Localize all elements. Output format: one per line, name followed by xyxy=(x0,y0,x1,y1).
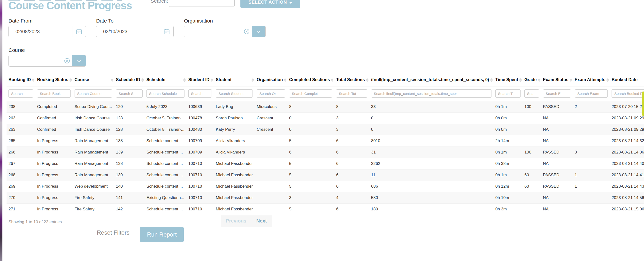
column-search-input[interactable] xyxy=(216,89,253,98)
table-cell: 0 xyxy=(287,112,334,124)
organisation-select[interactable] xyxy=(184,26,266,37)
table-row[interactable]: 265In ProgressRain Management138Schedule… xyxy=(6,135,644,147)
table-cell: Scuba Diving Cour... xyxy=(73,101,114,112)
table-cell: 100709 xyxy=(186,147,214,158)
table-cell: Irish Dance Course xyxy=(73,124,114,135)
table-cell: Alicia Vikanders xyxy=(214,135,255,147)
table-cell: 141 xyxy=(114,192,144,204)
column-header[interactable]: Student ID xyxy=(186,74,214,86)
column-search-input[interactable] xyxy=(37,89,70,98)
date-to-calendar-button[interactable] xyxy=(160,26,173,37)
column-header[interactable]: Course xyxy=(73,74,114,86)
column-search-input[interactable] xyxy=(146,89,184,98)
column-header[interactable]: Grade xyxy=(522,74,541,86)
column-search-input[interactable] xyxy=(8,89,33,98)
column-header[interactable]: Total Sections xyxy=(334,74,369,86)
organisation-dropdown-button[interactable] xyxy=(252,26,265,37)
column-search-input[interactable] xyxy=(575,89,608,98)
date-to-value: 02/10/2023 xyxy=(96,29,160,34)
table-row[interactable]: 271In ProgressFire Safety142Schedule con… xyxy=(6,204,644,214)
table-cell: 0 xyxy=(287,124,334,135)
select-action-button[interactable]: SELECT ACTION xyxy=(240,0,300,8)
sort-icon xyxy=(32,78,34,82)
column-header[interactable]: Booked Date xyxy=(610,74,644,86)
course-input[interactable] xyxy=(9,55,64,66)
column-search-input[interactable] xyxy=(257,89,285,98)
column-search-input[interactable] xyxy=(371,89,492,98)
course-select[interactable] xyxy=(8,55,86,66)
table-cell: In Progress xyxy=(35,192,72,204)
run-report-button[interactable]: Run Report xyxy=(140,227,184,242)
clear-icon[interactable] xyxy=(64,58,70,64)
sort-icon xyxy=(211,78,213,82)
column-header[interactable]: Completed Sections xyxy=(287,74,334,86)
clear-icon[interactable] xyxy=(244,29,249,34)
column-header[interactable]: Exam Status xyxy=(541,74,573,86)
column-header[interactable]: Organisation xyxy=(255,74,287,86)
column-search-input[interactable] xyxy=(116,89,142,98)
table-cell: Crescent xyxy=(255,124,287,135)
table-cell: 271 xyxy=(6,204,35,214)
column-search-input[interactable] xyxy=(289,89,332,98)
global-search-input[interactable] xyxy=(169,0,234,7)
column-header[interactable]: Booking Status xyxy=(35,74,72,86)
filter-course: Course xyxy=(8,47,86,66)
table-cell: Completed xyxy=(35,101,72,112)
scroll-indicator-strip[interactable] xyxy=(642,92,644,116)
table-cell: 100710 xyxy=(186,192,214,204)
column-header[interactable]: Booking ID xyxy=(6,74,35,86)
column-search-input[interactable] xyxy=(524,89,539,98)
table-row[interactable]: 263ConfirmedIrish Dance Course128October… xyxy=(6,124,644,135)
column-header[interactable]: ifnull(tmp_content_session_totals.time_s… xyxy=(369,74,494,86)
date-from-field[interactable]: 02/08/2023 xyxy=(8,26,86,37)
table-cell: 2023-08-21 14:43:... xyxy=(610,181,644,192)
table-cell: 138 xyxy=(114,135,144,147)
column-header[interactable]: Schedule xyxy=(144,74,186,86)
organisation-input[interactable] xyxy=(184,26,244,37)
previous-page-button[interactable]: Previous xyxy=(226,218,246,224)
date-to-field[interactable]: 02/10/2023 xyxy=(96,26,174,37)
table-row[interactable]: 269In ProgressWeb development140Schedule… xyxy=(6,181,644,192)
table-cell: 3 xyxy=(287,192,334,204)
column-header[interactable]: Exam Attempts xyxy=(573,74,610,86)
table-cell: 5 xyxy=(287,135,334,147)
sort-icon xyxy=(606,78,609,82)
column-search-input[interactable] xyxy=(495,89,520,98)
column-search-input[interactable] xyxy=(336,89,367,98)
table-cell: 2 xyxy=(573,101,610,112)
sort-icon xyxy=(519,78,522,82)
organisation-label: Organisation xyxy=(184,18,266,24)
table-cell: 6 xyxy=(334,204,369,214)
table-row[interactable]: 268In ProgressRain Management139Schedule… xyxy=(6,170,644,181)
filter-date-from: Date From 02/08/2023 xyxy=(8,18,86,37)
column-header[interactable]: Schedule ID xyxy=(114,74,144,86)
reset-filters-button[interactable]: Reset Filters xyxy=(97,229,130,236)
column-search-cell xyxy=(214,86,255,101)
column-search-input[interactable] xyxy=(188,89,212,98)
next-page-button[interactable]: Next xyxy=(256,218,267,224)
left-background-strip xyxy=(0,0,2,261)
column-header-label: Schedule ID xyxy=(116,77,140,82)
sort-icon xyxy=(111,78,113,82)
table-cell: Michael Fassbender xyxy=(214,170,255,181)
column-header[interactable]: Student xyxy=(214,74,255,86)
table-row[interactable]: 267In ProgressRain Management138Schedule… xyxy=(6,158,644,170)
column-header[interactable]: Time Spent xyxy=(494,74,522,86)
column-search-input[interactable] xyxy=(543,89,571,98)
calendar-icon xyxy=(164,28,170,35)
column-search-input[interactable] xyxy=(612,89,644,98)
table-cell: 3 xyxy=(573,147,610,158)
table-row[interactable]: 263ConfirmedIrish Dance Course128October… xyxy=(6,112,644,124)
date-from-calendar-button[interactable] xyxy=(72,26,86,37)
table-cell: NA xyxy=(541,124,573,135)
table-row[interactable]: 238CompletedScuba Diving Cour...1205 Jul… xyxy=(6,101,644,112)
table-cell xyxy=(522,158,541,170)
table-cell: 180 xyxy=(369,204,494,214)
date-to-label: Date To xyxy=(96,18,174,24)
table-row[interactable]: 266In ProgressRain Management139Schedule… xyxy=(6,147,644,158)
table-cell: In Progress xyxy=(35,135,72,147)
course-dropdown-button[interactable] xyxy=(72,55,86,66)
table-row[interactable]: 270In ProgressFire Safety141Existing Que… xyxy=(6,192,644,204)
table-cell: In Progress xyxy=(35,158,72,170)
column-search-input[interactable] xyxy=(74,89,112,98)
